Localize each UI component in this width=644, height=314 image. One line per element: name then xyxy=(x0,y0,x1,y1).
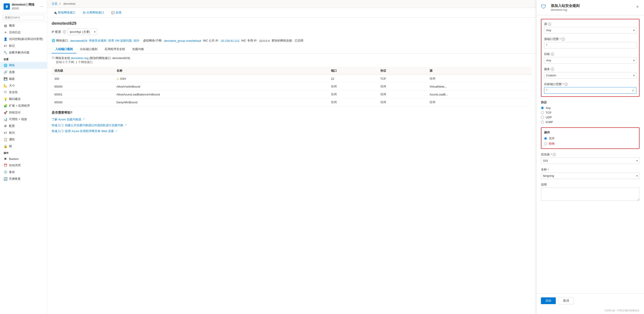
help-title: 是否需要帮助? xyxy=(52,111,532,115)
sidebar-item-diagnose[interactable]: 🔧诊断并解决问题 xyxy=(0,49,47,56)
sidebar-item-tags[interactable]: 🏷标记 xyxy=(0,42,47,49)
sidebar-label-activity-log: 活动日志 xyxy=(9,30,21,34)
priority-info-icon: i xyxy=(552,153,556,156)
sidebar-item-disk[interactable]: 💾磁盘 xyxy=(0,76,47,82)
nsg-icon: 🛡 xyxy=(52,56,54,60)
name-select[interactable]: fangxing xyxy=(541,172,640,179)
feedback-button[interactable]: 💬 反馈 xyxy=(109,10,123,16)
dest-port-input[interactable] xyxy=(544,87,636,94)
tab-app-security[interactable]: 应用程序安全组 xyxy=(101,45,129,54)
action-radio-deny[interactable] xyxy=(544,142,547,145)
action-radio-allow[interactable] xyxy=(544,137,547,140)
priority-select[interactable]: 310 xyxy=(541,158,640,164)
nsg-link[interactable]: demotest-nsg xyxy=(71,56,88,60)
nic-link[interactable]: demotest629 xyxy=(70,39,87,42)
tab-load-balance[interactable]: 负载均衡 xyxy=(129,45,148,54)
sidebar-label-tags: 标记 xyxy=(9,44,15,48)
tab-outbound[interactable]: 出站端口规则 xyxy=(76,45,101,54)
sidebar-item-config[interactable]: ⚙配置 xyxy=(0,123,47,129)
sidebar-item-overview[interactable]: ▤概述 xyxy=(0,22,47,29)
sidebar-icon-lock: 🔒 xyxy=(4,144,7,148)
source-info-icon: i xyxy=(548,22,551,26)
sidebar-item-disaster-recovery[interactable]: 🔄灾难恢复 xyxy=(0,176,47,182)
sidebar-more-button[interactable]: ··· xyxy=(40,4,43,8)
protocol-radio-tcp[interactable] xyxy=(541,111,544,114)
source-port-input[interactable] xyxy=(544,42,636,48)
sidebar-search-container xyxy=(0,13,47,22)
add-button[interactable]: 添加 xyxy=(541,298,556,304)
col-port: 端口 xyxy=(328,67,378,75)
ip-config-select[interactable]: ipconfig1 (主要) xyxy=(68,28,97,35)
cell-port: 任何 xyxy=(328,83,378,90)
sidebar-label-lock: 锁 xyxy=(9,144,12,148)
desc-label-text: 说明 xyxy=(541,182,547,187)
table-row[interactable]: 65500 DenyAllInBound 任何 任何 任何 xyxy=(52,98,532,106)
sidebar-item-properties[interactable]: 📋属性 xyxy=(0,136,47,143)
help-link-2[interactable]: 快速入门: 创建公共负载均衡器以对虚拟机进行负载均衡 ↗ xyxy=(52,123,532,127)
cancel-button[interactable]: 取消 xyxy=(558,297,574,304)
main-tabs: 入站端口规则 出站端口规则 应用程序安全组 负载均衡 xyxy=(47,45,536,54)
sidebar-item-extensions[interactable]: 🧩扩展 + 应用程序 xyxy=(0,102,47,109)
breadcrumb-separator: > xyxy=(59,2,61,6)
cell-protocol: 任何 xyxy=(378,90,427,98)
breadcrumb-home[interactable]: 主页 xyxy=(52,2,58,6)
action-label-allow: 允许 xyxy=(549,136,555,140)
sidebar-item-connect[interactable]: 🔗连接 xyxy=(0,69,47,76)
protocol-option-any[interactable]: Any xyxy=(541,106,640,110)
table-row[interactable]: 65000 AllowVnetInBound 任何 任何 VirtualNetw… xyxy=(52,83,532,90)
protocol-option-udp[interactable]: UDP xyxy=(541,116,640,119)
action-option-deny[interactable]: 拒绝 xyxy=(544,142,636,146)
search-input[interactable] xyxy=(3,15,44,20)
table-row[interactable]: 300 ⚠SSH 22 TCP 任何 xyxy=(52,75,532,83)
source-select[interactable]: Any IP Addresses Service Tag Application… xyxy=(544,27,636,34)
sidebar-item-availability[interactable]: 📊可用性 + 缩放 xyxy=(0,116,47,123)
sidebar-item-access-control[interactable]: 👤访问控制(标识和访问管理) xyxy=(0,36,47,42)
desc-textarea[interactable] xyxy=(541,188,640,201)
protocol-option-icmp[interactable]: ICMP xyxy=(541,120,640,124)
sidebar-item-auto-shutdown[interactable]: ⏰自动关闭 xyxy=(0,162,47,169)
sidebar-item-lock[interactable]: 🔒锁 xyxy=(0,143,47,150)
detach-nic-label: 分离网络接口 xyxy=(86,10,104,14)
tab-inbound[interactable]: 入站端口规则 xyxy=(52,45,76,54)
sidebar-item-backup[interactable]: 💿备份 xyxy=(0,169,47,176)
sidebar-item-activity-log[interactable]: ≡活动日志 xyxy=(0,29,47,36)
sidebar-item-bastion[interactable]: ✖Bastion xyxy=(0,156,47,162)
table-row[interactable]: 65001 AllowAzureLoadBalancerInBound 任何 任… xyxy=(52,90,532,98)
sidebar-item-continuous-delivery[interactable]: 🚀持续交付 xyxy=(0,109,47,116)
detach-nic-button[interactable]: ⛓ 分离网络接口 xyxy=(81,10,106,16)
sidebar-item-advisor[interactable]: 💡顾问建议 xyxy=(0,96,47,102)
panel-header: 🛡 添加入站安全规则 demotest-nsg × xyxy=(536,0,644,15)
protocol-radio-any[interactable] xyxy=(541,106,544,110)
security-link[interactable]: 有效安全规则 xyxy=(89,39,106,43)
sidebar-item-security[interactable]: 🛡安全性 xyxy=(0,89,47,96)
protocol-option-tcp[interactable]: TCP xyxy=(541,111,640,114)
sidebar-item-size[interactable]: 📐大小 xyxy=(0,82,47,89)
help-link-1[interactable]: 了解 Azure 负载均衡器 ↗ xyxy=(52,118,532,122)
action-option-allow[interactable]: 允许 xyxy=(544,136,636,140)
col-name: 名称 xyxy=(114,67,328,75)
dest-select[interactable]: Any IP Addresses Service Tag Application… xyxy=(544,57,636,64)
cell-priority: 300 xyxy=(52,75,114,83)
protocol-radio-udp[interactable] xyxy=(541,116,544,119)
sidebar-item-tag2[interactable]: 🏷标识 xyxy=(0,129,47,136)
sidebar-label-config: 配置 xyxy=(9,124,15,128)
attach-nic-button[interactable]: 🔌 附加网络接口 xyxy=(52,10,77,16)
sidebar-label-network: 网络 xyxy=(9,63,15,68)
help-link-3[interactable]: 快速入门: 使用 Azure 应用程序网关将 Web 流量 ↗ xyxy=(52,129,532,133)
source-port-section: 源端口范围 * i xyxy=(544,37,636,48)
diagnose-link[interactable]: 排查 VM 连接问题 xyxy=(108,39,132,43)
feedback-label: 反馈 xyxy=(116,10,122,14)
sidebar-subtitle: 虚拟机 xyxy=(12,7,34,10)
sidebar-item-network[interactable]: 🌐网络 xyxy=(0,62,47,69)
feedback-icon: 💬 xyxy=(111,11,115,14)
panel-shield-icon: 🛡 xyxy=(541,4,548,11)
service-select[interactable]: Custom HTTP HTTPS SSH RDP xyxy=(544,72,636,78)
topology-link[interactable]: 拓扑 xyxy=(134,39,140,43)
sidebar-label-overview: 概述 xyxy=(9,24,15,28)
sidebar-icon-tags: 🏷 xyxy=(4,44,7,48)
sidebar-icon-advisor: 💡 xyxy=(4,97,7,101)
protocol-radio-icmp[interactable] xyxy=(541,120,544,124)
protocol-label-tcp: TCP xyxy=(546,111,552,114)
panel-close-button[interactable]: × xyxy=(635,4,640,10)
vnet-link[interactable]: demotest_group-vnet/default xyxy=(164,39,201,42)
